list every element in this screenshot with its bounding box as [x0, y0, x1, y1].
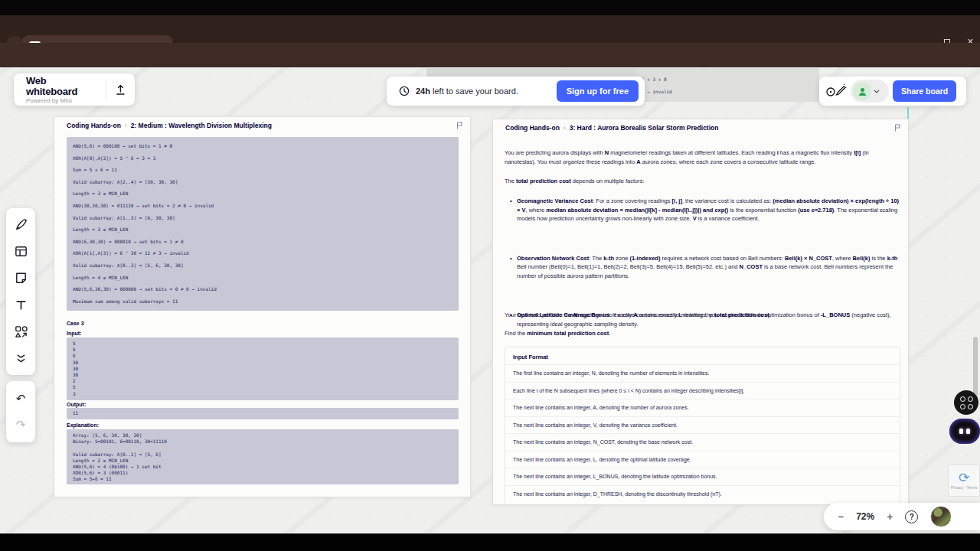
sticky-note-tool-button[interactable]	[11, 268, 31, 288]
frame-flag-icon[interactable]	[894, 124, 901, 132]
export-board-icon[interactable]	[114, 83, 127, 96]
sticky-note-icon	[14, 271, 28, 285]
screen: W Whiteboard for Online Collab ✕ + — ✕ ←…	[0, 0, 980, 551]
breadcrumb[interactable]: Coding Hands-on	[67, 122, 121, 129]
frame-wavelength-division-multiplexing[interactable]: Coding Hands-on › 2: Medium : Wavelength…	[54, 116, 471, 497]
frames-tool-button[interactable]	[11, 241, 31, 261]
problem-intro-paragraph: You are predicting aurora displays with …	[505, 148, 900, 166]
pen-tool-button[interactable]	[11, 214, 31, 234]
case-label: Case 3	[67, 321, 84, 326]
input-label: Input:	[67, 331, 81, 336]
frame-titlebar[interactable]: Coding Hands-on › 2: Medium : Wavelength…	[54, 117, 470, 133]
share-card: Share board	[819, 77, 966, 106]
letterbox-top	[0, 0, 980, 15]
redo-icon: ↷	[16, 418, 26, 432]
canvas-scrollbar-thumb[interactable]	[973, 337, 978, 399]
frame-title: 2: Medium : Wavelength Division Multiple…	[131, 122, 272, 129]
save-notice-card: 24h left to save your board. Sign up for…	[387, 77, 645, 106]
zoom-bar: − 72% + ?	[824, 503, 980, 530]
pen-icon	[14, 217, 28, 232]
apps-grid-button[interactable]	[954, 390, 978, 415]
input-format-heading: Input Format	[505, 347, 900, 364]
sign-up-button[interactable]: Sign up for free	[557, 80, 639, 102]
explanation-block[interactable]: Array: [5, 6, 30, 30, 30]Binary: 5=00101…	[67, 429, 459, 484]
save-notice-text: 24h left to save your board.	[416, 86, 518, 96]
app-title: Web whiteboard	[26, 76, 100, 97]
background-code-snippet: 5 + 3 + 8% → invalid	[642, 73, 672, 98]
frame-title: 3: Hard : Aurora Borealis Solar Storm Pr…	[570, 124, 719, 132]
frame-titlebar[interactable]: Coding Hands-on › 3: Hard : Aurora Borea…	[493, 119, 908, 135]
bullet-geomagnetic-variance: Geomagnetic Variance Cost: For a zone co…	[505, 197, 900, 223]
app-logo: Web whiteboard Powered by Miro	[26, 76, 100, 104]
input-format-rows: The first line contains an integer, N, d…	[505, 364, 900, 502]
output-label: Output:	[67, 402, 86, 407]
output-block[interactable]: 11	[67, 408, 459, 419]
input-block[interactable]: 556303030253	[67, 337, 459, 400]
divider	[106, 80, 106, 99]
code-block-main[interactable]: AND(5,6) = 000100 → set bits = 1 ≠ 0XOR(…	[67, 137, 459, 311]
shapes-icon	[14, 324, 28, 339]
double-chevron-down-icon	[15, 354, 27, 364]
shapes-tool-button[interactable]	[11, 322, 31, 342]
cost-intro-paragraph: The total prediction cost depends on mul…	[505, 177, 900, 186]
text-tool-button[interactable]	[11, 295, 31, 315]
input-format-box: Input Format The first line contains an …	[505, 347, 900, 505]
person-icon	[858, 86, 867, 96]
recaptcha-icon: ⟳	[959, 471, 969, 485]
breadcrumb-separator: ›	[564, 124, 566, 132]
collaborator-avatar[interactable]	[930, 506, 952, 527]
recaptcha-badge[interactable]: ⟳ Privacy - Terms	[948, 465, 980, 497]
bullet-observation-network: Observation Network Cost: The k-th zone …	[505, 254, 900, 281]
zoom-in-button[interactable]: +	[887, 510, 893, 523]
browser-toolbar: ← → ⟳ webwhiteboard.com ☆ ▲ ⚙ 0	[0, 43, 980, 67]
zoom-out-button[interactable]: −	[838, 510, 844, 523]
task-paragraph: Your task is to partition the N readings…	[505, 311, 900, 320]
undo-icon: ↶	[16, 392, 26, 406]
app-subtitle: Powered by Miro	[26, 97, 100, 104]
recaptcha-privacy-terms: Privacy - Terms	[951, 485, 977, 490]
frame-flag-icon[interactable]	[456, 122, 463, 129]
undo-button[interactable]: ↶	[11, 389, 31, 409]
breadcrumb[interactable]: Coding Hands-on	[505, 124, 560, 132]
browser-tabstrip: W Whiteboard for Online Collab ✕ + — ✕	[0, 15, 980, 43]
share-board-button[interactable]: Share board	[893, 80, 956, 102]
frame-layout-icon	[14, 244, 28, 259]
user-avatar-menu[interactable]	[851, 80, 889, 103]
redo-button[interactable]: ↷	[11, 415, 31, 435]
app-logo-card: Web whiteboard Powered by Miro	[14, 73, 135, 106]
breadcrumb-separator: ›	[125, 122, 127, 129]
reactions-doodle-icon[interactable]	[825, 83, 847, 99]
help-button[interactable]: ?	[905, 510, 918, 523]
clock-icon	[399, 86, 410, 96]
ai-assistant-button[interactable]	[949, 419, 980, 444]
drawing-toolbar	[6, 208, 35, 375]
explanation-label: Explanation:	[67, 422, 99, 428]
undo-redo-panel: ↶ ↷	[6, 381, 35, 442]
chevron-down-icon	[874, 90, 880, 93]
frame-aurora-borealis-prediction[interactable]: Coding Hands-on › 3: Hard : Aurora Borea…	[492, 119, 909, 505]
avatar	[853, 82, 871, 100]
text-icon	[14, 298, 28, 312]
letterbox-bottom	[0, 533, 980, 551]
find-paragraph: Find the minimum total prediction cost.	[505, 329, 900, 338]
zoom-level[interactable]: 72%	[856, 511, 874, 522]
more-tools-button[interactable]	[11, 349, 31, 369]
